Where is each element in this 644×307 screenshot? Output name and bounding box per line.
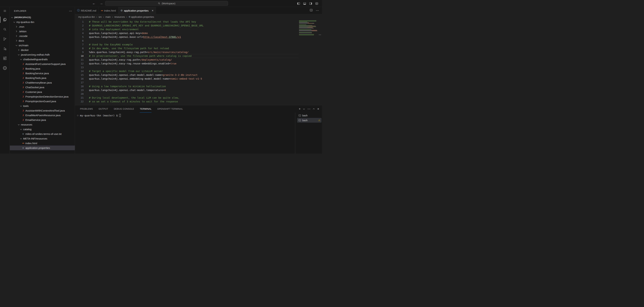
line-number[interactable]: 18	[75, 84, 84, 88]
code-text[interactable]: # so we set a timeout of 3 minutes to wa…	[84, 100, 299, 103]
line-number[interactable]: 22	[75, 100, 84, 103]
extensions-icon[interactable]	[0, 53, 10, 63]
run-and-debug-icon[interactable]	[0, 44, 10, 53]
tree-item-booking-java[interactable]: JBooking.java	[10, 66, 75, 71]
explorer-more-actions-icon[interactable]: ⋯	[69, 10, 72, 12]
panel-tab-debug-console[interactable]: DEBUG CONSOLE	[114, 105, 134, 113]
editor[interactable]: 1# These will be overridden by the Exter…	[75, 19, 322, 105]
line-number[interactable]: 1	[75, 20, 84, 24]
code-text[interactable]: # Using a low temperature to minimize ha…	[84, 84, 299, 88]
code-text[interactable]: # Used by the EasyRAG example	[84, 43, 299, 46]
breadcrumb-item[interactable]: resources	[114, 15, 125, 18]
tree-item-assistantforcustomersupport-java[interactable]: JAssistantForCustomerSupport.java	[10, 62, 75, 66]
tree-item-meta-inf-resources[interactable]: META-INF/resources	[10, 136, 75, 141]
line-number[interactable]: 3	[75, 27, 84, 31]
toggle-primary-sidebar-icon[interactable]	[297, 2, 300, 5]
terminal-list-item[interactable]: bash	[297, 113, 322, 118]
tree-item-java-com-org-redhat-rhdh[interactable]: java/com/org.redhat.rhdh	[10, 52, 75, 57]
tree-item-chatbotwithguardrails[interactable]: chatbotwithguardrails	[10, 57, 75, 62]
tab-index-html[interactable]: <>index.html	[99, 7, 118, 14]
source-control-icon[interactable]	[0, 34, 10, 44]
code-text[interactable]: # into the deployment environment	[84, 27, 299, 31]
line-number[interactable]: 6	[75, 39, 84, 43]
menu-icon[interactable]	[0, 7, 10, 15]
tree-item-bookingtools-java[interactable]: JBookingTools.java	[10, 76, 75, 80]
code-text[interactable]: # In dev mode, use the filesystem path f…	[84, 46, 299, 50]
tree-item-my-quarkus-tkn[interactable]: my-quarkus-tkn	[10, 20, 75, 24]
code-text[interactable]: quarkus.langchain4j.easy-rag.path=/deplo…	[84, 58, 299, 62]
maximize-panel-icon[interactable]	[313, 108, 315, 110]
line-number[interactable]: 20	[75, 92, 84, 96]
tree-item-customer-java[interactable]: JCustomer.java	[10, 90, 75, 94]
code-text[interactable]: # During local development, the local LL…	[84, 96, 299, 100]
toggle-panel-icon[interactable]	[303, 2, 306, 5]
editor-more-actions-icon[interactable]: ⋯	[316, 9, 319, 12]
code-text[interactable]: quarkus.langchain4j.openai.embedding-mod…	[84, 77, 299, 81]
new-terminal-button[interactable]: +	[299, 108, 300, 110]
tree-item-miles-of-smiles-terms-of-use-txt[interactable]: ≡miles-of-smiles-terms-of-use.txt	[10, 132, 75, 136]
tree-item-application-properties[interactable]: ⚙application.properties	[10, 146, 75, 150]
openshift-icon[interactable]	[0, 63, 10, 73]
line-number[interactable]: 8	[75, 46, 84, 50]
minimap[interactable]	[299, 20, 317, 35]
tree-item-index-html[interactable]: <>index.html	[10, 141, 75, 146]
terminal[interactable]: my-quarkus-tkn (master) $	[75, 113, 296, 153]
code-text[interactable]	[84, 65, 299, 69]
breadcrumb-item[interactable]: src	[98, 15, 102, 18]
toggle-secondary-sidebar-icon[interactable]	[309, 2, 312, 5]
navigate-forward-button[interactable]: →	[100, 1, 103, 5]
tree-item-emailservice-java[interactable]: JEmailService.java	[10, 118, 75, 122]
code-text[interactable]: quarkus.langchain4j.openai.api-key=demo	[84, 31, 299, 35]
code-text[interactable]: # In prod/container, use the filesystem …	[84, 54, 299, 58]
line-number[interactable]: 13	[75, 65, 84, 69]
line-number[interactable]: 11	[75, 58, 84, 62]
code-text[interactable]: quarkus.langchain4j.openai.chat-model.mo…	[84, 73, 299, 77]
terminal-profile-dropdown-icon[interactable]	[303, 108, 305, 110]
code-text[interactable]: %dev.quarkus.langchain4j.easy-rag.path=s…	[84, 50, 299, 54]
tree-item-emailmeapoemresource-java[interactable]: JEmailMeAPoemResource.java	[10, 113, 75, 118]
tab-readme-md[interactable]: ⓘREADME.md	[75, 7, 99, 14]
line-number[interactable]: 19	[75, 88, 84, 92]
code-text[interactable]: # These will be overridden by the Extern…	[84, 20, 299, 24]
split-editor-icon[interactable]	[310, 9, 313, 12]
search-view-icon[interactable]	[0, 24, 10, 34]
tree-item-assistantwithcontextandtool-java[interactable]: JAssistantWithContextAndTool.java	[10, 108, 75, 113]
tree-item-promptinjectionguard-java[interactable]: JPromptInjectionGuard.java	[10, 99, 75, 104]
tree-item-resources[interactable]: resources	[10, 122, 75, 127]
breadcrumb-item[interactable]: ⚙application.properties	[128, 15, 154, 18]
close-tab-icon[interactable]: ✕	[152, 9, 154, 12]
tree-item-mvn[interactable]: .mvn	[10, 24, 75, 29]
line-number[interactable]: 12	[75, 62, 84, 65]
tab-application-properties[interactable]: ⚙application.properties✕	[118, 7, 156, 14]
tree-item-bookingservice-java[interactable]: JBookingService.java	[10, 71, 75, 76]
line-number[interactable]: 16	[75, 77, 84, 81]
code-text[interactable]	[84, 39, 299, 43]
panel-more-actions-icon[interactable]: ⋯	[307, 107, 310, 111]
line-number[interactable]: 10	[75, 54, 84, 58]
line-number[interactable]: 5	[75, 35, 84, 39]
tree-item-promptinjectiondetectionservice-java[interactable]: JPromptInjectionDetectionService.java	[10, 94, 75, 99]
terminal-scrollbar[interactable]	[295, 113, 295, 153]
tree-item-workspace[interactable]: (WORKSPACE)	[10, 15, 75, 20]
tree-item-docs[interactable]: docs	[10, 38, 75, 43]
tree-item-chatmemorybean-java[interactable]: JChatMemoryBean.java	[10, 80, 75, 85]
tree-item-catalog[interactable]: catalog	[10, 127, 75, 132]
line-number[interactable]: 4	[75, 31, 84, 35]
navigate-back-button[interactable]: ←	[92, 1, 96, 5]
customize-layout-icon[interactable]	[315, 2, 318, 5]
explorer-icon[interactable]	[0, 15, 10, 24]
close-panel-icon[interactable]: ✕	[317, 108, 319, 110]
code-text[interactable]	[84, 81, 299, 84]
code-text[interactable]: # QUARKUS_LANGCHAIN4J_OPENAI_API_KEY and…	[84, 24, 299, 27]
tree-item-src-main[interactable]: src/main	[10, 43, 75, 48]
terminal-list-item[interactable]: bash⚠	[297, 118, 322, 123]
tree-item-tools[interactable]: tools	[10, 104, 75, 108]
tree-item-chatsocket-java[interactable]: JChatSocket.java	[10, 85, 75, 90]
command-center-search[interactable]: (Workspace)	[105, 1, 228, 6]
code-text[interactable]: quarkus.langchain4j.openai.base-url=http…	[84, 35, 299, 39]
line-number[interactable]: 7	[75, 43, 84, 46]
line-number[interactable]: 15	[75, 73, 84, 77]
line-number[interactable]: 17	[75, 81, 84, 84]
code-text[interactable]: # Target a specific model from our LiteL…	[84, 69, 299, 73]
line-number[interactable]: 9	[75, 50, 84, 54]
